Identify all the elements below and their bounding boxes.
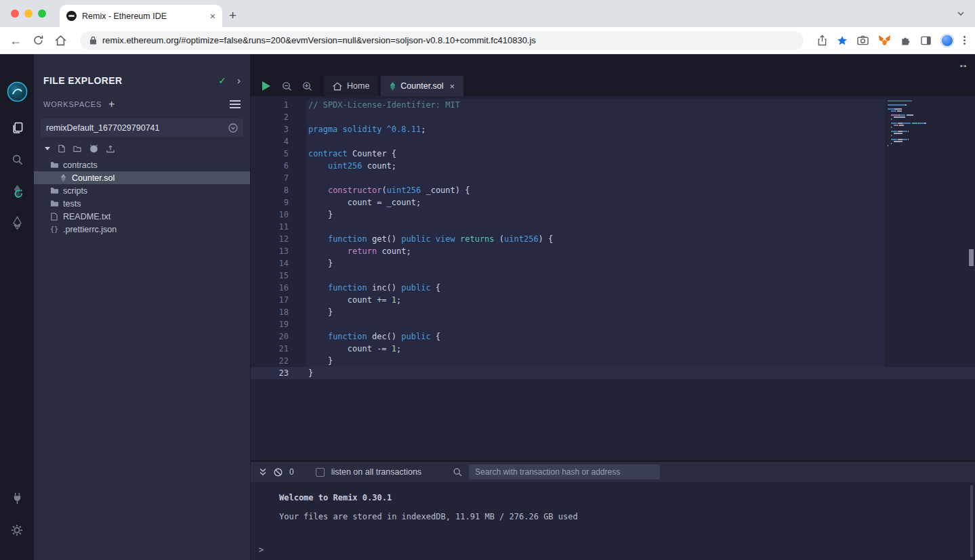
code-line-1[interactable]: // SPDX-License-Identifier: MIT <box>306 99 553 111</box>
close-tab-counter-icon[interactable]: × <box>450 81 455 91</box>
tree-item-scripts[interactable]: scripts <box>34 184 250 197</box>
code-line-18[interactable]: } <box>306 306 553 318</box>
workspaces-label: WORKSPACES <box>43 100 102 108</box>
search-plugin-icon[interactable] <box>7 149 27 169</box>
upload-icon[interactable] <box>106 145 115 153</box>
code-line-9[interactable]: count = _count; <box>306 196 553 209</box>
listen-checkbox[interactable] <box>316 468 325 477</box>
collapse-terminal-icon[interactable] <box>259 468 267 476</box>
pending-block-icon[interactable] <box>274 468 283 477</box>
minimize-window-button[interactable] <box>24 9 33 18</box>
browser-menu-icon[interactable] <box>963 35 966 46</box>
editor-topbar: Home Counter.sol × ↔ <box>251 54 975 96</box>
tab-list-chevron-icon[interactable] <box>956 9 966 21</box>
code-line-2[interactable] <box>306 111 553 123</box>
add-workspace-icon[interactable]: + <box>108 99 115 110</box>
tree-item--prettierrc-json[interactable]: {}.prettierrc.json <box>34 223 250 236</box>
tree-item-tests[interactable]: tests <box>34 197 250 210</box>
tree-item-readme-txt[interactable]: README.txt <box>34 210 250 223</box>
close-window-button[interactable] <box>11 9 19 18</box>
code-line-22[interactable]: } <box>306 355 553 367</box>
check-icon: ✓ <box>218 75 226 86</box>
side-panel-icon[interactable] <box>921 36 931 45</box>
code-line-4[interactable] <box>306 135 553 148</box>
workspace-menu-icon[interactable] <box>230 98 241 110</box>
line-number: 6 <box>251 160 289 172</box>
terminal-prompt[interactable]: > <box>259 545 264 555</box>
tab-counter-label: Counter.sol <box>400 81 443 91</box>
address-bar[interactable]: remix.ethereum.org/#optimize=false&runs=… <box>80 31 804 50</box>
editor-code[interactable]: // SPDX-License-Identifier: MITpragma so… <box>306 99 553 379</box>
new-folder-icon[interactable] <box>73 145 81 152</box>
code-line-17[interactable]: count += 1; <box>306 294 553 306</box>
new-tab-button[interactable]: + <box>229 9 236 22</box>
code-line-12[interactable]: function get() public view returns (uint… <box>306 233 553 245</box>
terminal-scrollbar-thumb[interactable] <box>970 485 973 557</box>
code-line-16[interactable]: function inc() public { <box>306 282 553 294</box>
code-line-13[interactable]: return count; <box>306 245 553 257</box>
code-line-8[interactable]: constructor(uint256 _count) { <box>306 184 553 196</box>
expand-columns-icon[interactable]: ↔ <box>958 58 968 70</box>
editor-minimap[interactable] <box>888 100 968 147</box>
code-line-3[interactable]: pragma solidity ^0.8.11; <box>306 123 553 135</box>
panel-title: FILE EXPLORER <box>43 75 218 86</box>
collapse-caret-icon[interactable] <box>45 147 50 150</box>
camera-extension-icon[interactable] <box>857 35 869 45</box>
listen-label[interactable]: listen on all transactions <box>331 467 421 477</box>
run-script-play-icon[interactable] <box>256 76 276 96</box>
metamask-extension-icon[interactable] <box>878 35 891 46</box>
lock-icon[interactable] <box>89 35 97 45</box>
tab-counter-sol[interactable]: Counter.sol × <box>381 76 463 96</box>
tree-item-counter-sol[interactable]: Counter.sol <box>34 171 250 184</box>
deploy-and-run-plugin-icon[interactable] <box>7 213 27 233</box>
pending-tx-count: 0 <box>289 467 294 477</box>
code-editor[interactable]: 1234567891011121314151617181920212223 //… <box>251 96 975 460</box>
editor-gutter[interactable]: 1234567891011121314151617181920212223 <box>251 99 306 379</box>
code-line-23[interactable]: } <box>306 367 553 379</box>
puzzle-extensions-icon[interactable] <box>900 35 911 46</box>
new-file-icon[interactable] <box>58 144 65 153</box>
code-line-6[interactable]: uint256 count; <box>306 160 553 172</box>
terminal-search-input[interactable] <box>469 465 660 479</box>
terminal-output[interactable]: Welcome to Remix 0.30.1 Your files are s… <box>251 482 975 560</box>
code-line-15[interactable] <box>306 270 553 282</box>
code-line-14[interactable]: } <box>306 257 553 270</box>
close-tab-icon[interactable]: × <box>210 11 215 22</box>
chevron-right-icon[interactable]: › <box>237 74 241 86</box>
back-icon[interactable]: ← <box>9 35 22 47</box>
url-text[interactable]: remix.ethereum.org/#optimize=false&runs=… <box>102 35 536 45</box>
maximize-window-button[interactable] <box>38 9 46 18</box>
browser-tab[interactable]: Remix - Ethereum IDE × <box>60 5 222 27</box>
code-line-10[interactable]: } <box>306 209 553 221</box>
tree-item-contracts[interactable]: contracts <box>34 158 250 171</box>
reload-icon[interactable] <box>33 35 44 46</box>
clone-github-icon[interactable] <box>89 144 98 153</box>
browser-window: Remix - Ethereum IDE × + ← remix.ethereu… <box>0 0 975 560</box>
file-explorer-panel: FILE EXPLORER ✓ › WORKSPACES + remixDefa… <box>34 54 251 560</box>
zoom-in-icon[interactable] <box>297 76 317 96</box>
zoom-out-icon[interactable] <box>276 76 297 96</box>
settings-gear-icon[interactable] <box>7 520 27 540</box>
code-line-21[interactable]: count -= 1; <box>306 343 553 355</box>
editor-scrollbar-thumb[interactable] <box>969 249 974 266</box>
code-line-11[interactable] <box>306 221 553 233</box>
solidity-compiler-plugin-icon[interactable] <box>7 181 27 201</box>
code-line-20[interactable]: function dec() public { <box>306 330 553 343</box>
code-line-7[interactable] <box>306 172 553 184</box>
tab-home-label: Home <box>347 81 369 91</box>
plugin-manager-icon[interactable] <box>7 488 27 509</box>
remix-logo-icon[interactable] <box>7 81 28 105</box>
bookmark-star-icon[interactable] <box>837 35 848 46</box>
line-number: 18 <box>251 306 289 318</box>
code-line-5[interactable]: contract Counter { <box>306 148 553 160</box>
file-explorer-plugin-icon[interactable] <box>7 117 27 137</box>
line-number: 4 <box>251 135 289 148</box>
home-icon[interactable] <box>55 35 66 46</box>
solidity-icon <box>58 174 68 182</box>
tab-home[interactable]: Home <box>324 76 378 96</box>
profile-avatar[interactable] <box>940 34 954 47</box>
code-line-19[interactable] <box>306 318 553 330</box>
share-icon[interactable] <box>817 35 827 46</box>
workspace-dropdown-icon[interactable] <box>228 123 238 133</box>
workspace-select[interactable]: remixDefault_1677029790741 <box>41 119 243 137</box>
